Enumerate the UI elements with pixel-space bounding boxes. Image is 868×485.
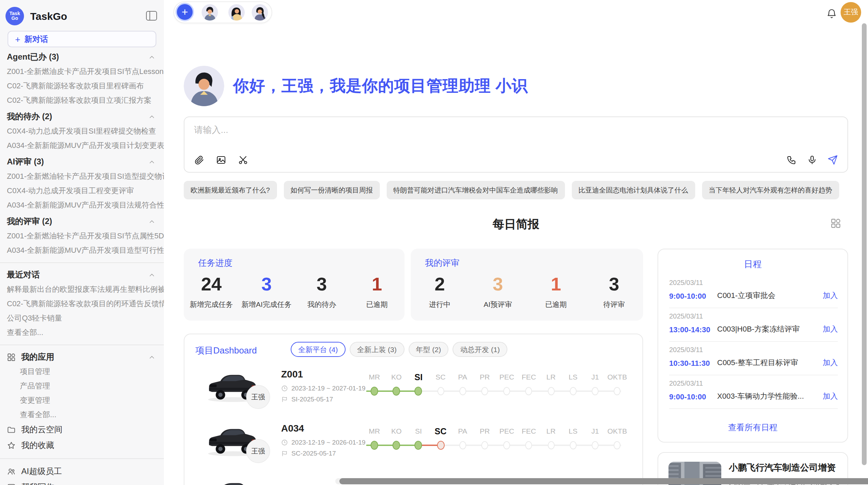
assistant-avatar-1[interactable] (202, 4, 218, 21)
daily-briefing-title: 每日简报 (184, 216, 848, 232)
milestone-label-LS: LS (569, 373, 578, 381)
milestone-dot-PA[interactable] (459, 387, 466, 395)
sidebar-conversation-item[interactable]: C0X4-动力总成开发项目工程变更评审 (0, 184, 164, 198)
sidebar-conversation-item[interactable]: 查看全部... (0, 325, 164, 340)
milestone-dot-PEC[interactable] (503, 387, 510, 395)
sidebar-item-my-cloud-space[interactable]: 我的云空间 (0, 422, 164, 438)
milestone-dot-KO[interactable] (393, 441, 400, 450)
project-owner-avatar: 王强 (246, 385, 270, 409)
section-header-my-review[interactable]: 我的评审 (2) (0, 214, 164, 229)
milestone-dot-OKTB[interactable] (614, 441, 620, 449)
sidebar-conversation-item[interactable]: 公司Q3轻卡销量 (0, 311, 164, 325)
milestone-dot-FEC[interactable] (526, 387, 532, 395)
suggestion-chip[interactable]: 欧洲新规最近颁布了什么? (184, 181, 277, 199)
milestone-label-PR: PR (480, 427, 490, 435)
milestone-dot-OKTB[interactable] (614, 387, 620, 395)
sidebar-conversation-item[interactable]: 查看全部... (0, 408, 164, 422)
stat-value: 3 (585, 275, 643, 294)
sidebar-item-help-me-write[interactable]: 帮我写作 (0, 480, 164, 485)
sidebar-item-my-favorites[interactable]: 我的收藏 (0, 438, 164, 453)
attach-file-icon[interactable] (194, 155, 204, 165)
section-header-recent-chats[interactable]: 最近对话 (0, 268, 164, 282)
sidebar-conversation-item[interactable]: A034-全新新能源MUV产品开发项目计划变更表编写 (0, 138, 164, 153)
milestone-dot-J1[interactable] (592, 387, 599, 395)
project-code[interactable]: A034 (281, 423, 304, 434)
sidebar-item-ai-super-staff[interactable]: AI超级员工 (0, 464, 164, 480)
event-join-link[interactable]: 加入 (823, 290, 838, 301)
sidebar-conversation-item[interactable]: 产品管理 (0, 379, 164, 393)
send-icon[interactable] (828, 155, 838, 165)
horizontal-scrollbar-thumb[interactable] (339, 478, 868, 484)
sidebar-conversation-item[interactable]: C02-飞腾新能源轻客改款项目的闭环通告反馈情况 (0, 297, 164, 311)
milestone-dot-LR[interactable] (547, 387, 554, 395)
milestone-dot-LS[interactable] (570, 387, 577, 395)
section-header-agent-done[interactable]: Agent已办 (3) (0, 50, 164, 64)
dashboard-tab[interactable]: 动总开发 (1) (453, 342, 508, 357)
project-code[interactable]: Z001 (281, 369, 303, 380)
sidebar-conversation-item[interactable]: Z001-全新燃油皮卡产品开发项目SI节点Lesson Learn报告 (0, 64, 164, 79)
milestone-dot-SC[interactable] (437, 387, 444, 395)
milestone-dot-MR[interactable] (371, 387, 378, 396)
sidebar-conversation-item[interactable]: Z001-全新燃油轻卡产品开发项目SI造型提交物评审 (0, 169, 164, 184)
sidebar-conversation-item[interactable]: A034-全新新能源MUV产品开发项目法规符合性评审 (0, 198, 164, 212)
milestone-dot-PA[interactable] (459, 441, 466, 449)
milestone-dot-LS[interactable] (570, 441, 577, 449)
vertical-scrollbar-thumb[interactable] (862, 23, 867, 465)
sidebar-item-label: 我的云空间 (21, 424, 62, 436)
section-header-ai-review[interactable]: AI评审 (3) (0, 155, 164, 169)
milestone-dot-LR[interactable] (547, 441, 554, 449)
microphone-icon[interactable] (807, 155, 817, 165)
dashboard-tab[interactable]: 全新上装 (3) (350, 342, 405, 357)
sidebar-conversation-item[interactable]: C02-飞腾新能源轻客改款项目立项汇报方案 (0, 93, 164, 108)
milestone-dot-MR[interactable] (371, 441, 378, 450)
milestone-dot-PEC[interactable] (503, 441, 510, 449)
milestone-dot-J1[interactable] (592, 441, 599, 449)
sidebar-conversation-item[interactable]: A034-全新新能源MUV产品开发项目造型可行性评审 (0, 243, 164, 258)
section-header-my-todo[interactable]: 我的待办 (2) (0, 110, 164, 124)
suggestion-chip[interactable]: 如何写一份清晰的项目周报 (284, 181, 379, 199)
stat-进行中: 2进行中 (411, 275, 469, 310)
milestone-dot-SI[interactable] (415, 387, 422, 396)
dashboard-tab[interactable]: 年型 (2) (408, 342, 449, 357)
sidebar-conversation-item[interactable]: 解释最新出台的欧盟报废车法规再生塑料比例被调至15%... (0, 282, 164, 297)
milestone-dot-SI[interactable] (415, 441, 422, 450)
sidebar-conversation-item[interactable]: C0X4-动力总成开发项目SI里程碑提交物检查 (0, 124, 164, 138)
view-all-schedule-link[interactable]: 查看所有日程 (658, 422, 847, 434)
assistant-avatar-3[interactable] (252, 4, 268, 21)
dashboard-tab[interactable]: 全新平台 (4) (291, 342, 346, 357)
milestone-dot-PR[interactable] (481, 441, 488, 449)
chat-input[interactable] (193, 123, 675, 149)
sidebar: Task Go TaskGo + 新对话 Agent已办 (3)Z001-全新燃… (0, 0, 165, 485)
milestone-dot-FEC[interactable] (526, 441, 532, 449)
new-chat-button[interactable]: + 新对话 (8, 31, 156, 47)
sidebar-conversation-item[interactable]: 变更管理 (0, 393, 164, 408)
event-join-link[interactable]: 加入 (823, 358, 838, 368)
attach-image-icon[interactable] (216, 155, 226, 165)
assistant-avatar-2[interactable] (228, 4, 245, 21)
suggestion-chip[interactable]: 当下年轻人对汽车外观有怎样的喜好趋势 (702, 181, 839, 199)
voice-call-icon[interactable] (786, 155, 797, 165)
briefing-layout-grid-icon[interactable] (830, 218, 841, 229)
collapse-sidebar-icon[interactable] (146, 11, 157, 21)
milestone-dot-KO[interactable] (393, 387, 400, 396)
stat-label: 新增完成任务 (184, 300, 239, 310)
user-avatar[interactable]: 王强 (841, 2, 861, 23)
screenshot-scissors-icon[interactable] (238, 155, 248, 165)
schedule-event: 2025/03/1113:00-14:30C003|H0B-方案冻结评审加入 (669, 308, 838, 342)
sidebar-header: Task Go TaskGo (5, 4, 157, 27)
milestone-dot-PR[interactable] (481, 387, 488, 395)
event-join-link[interactable]: 加入 (823, 391, 838, 401)
event-join-link[interactable]: 加入 (823, 324, 838, 334)
notification-bell-icon[interactable] (826, 8, 837, 19)
my-review-card-title: 我的评审 (425, 258, 459, 269)
sidebar-conversation-item[interactable]: C02-飞腾新能源轻客改款项目里程碑画布 (0, 79, 164, 93)
add-assistant-button[interactable]: + (176, 3, 194, 21)
milestone-dot-SC[interactable] (437, 441, 444, 450)
horizontal-scrollbar[interactable] (335, 478, 868, 484)
sidebar-conversation-item[interactable]: 项目管理 (0, 364, 164, 379)
suggestion-chip[interactable]: 特朗普可能对进口汽车增税会对中国车企造成哪些影响 (386, 181, 565, 199)
section-header-my-apps[interactable]: 我的应用 (0, 350, 164, 364)
suggestion-chip[interactable]: 比亚迪全固态电池计划具体说了什么 (571, 181, 695, 199)
sidebar-conversation-item[interactable]: Z001-全新燃油轻卡产品开发项目SI节点属性5D文件评审 (0, 229, 164, 243)
help-me-write-icon (7, 483, 16, 485)
